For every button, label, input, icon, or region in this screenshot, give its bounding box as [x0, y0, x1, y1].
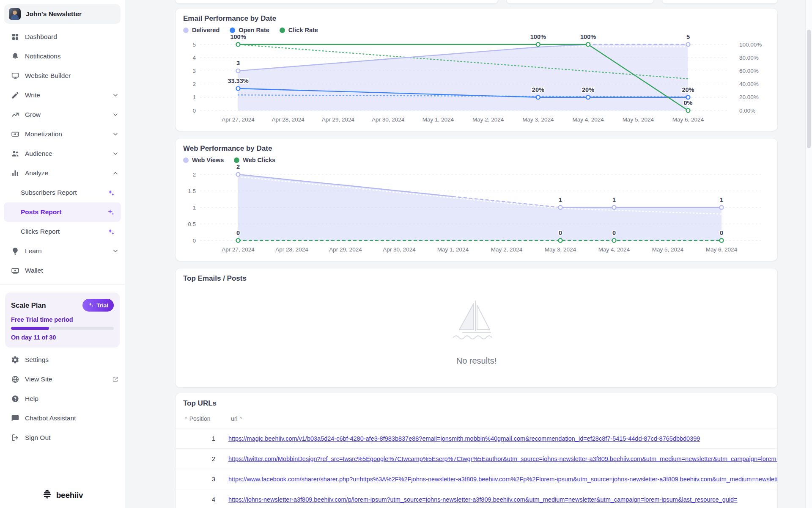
sidebar-item-chatbot-assistant[interactable]: Chatbot Assistant [0, 409, 125, 428]
legend-dot [280, 28, 285, 33]
position-cell: 1 [176, 435, 218, 442]
top-cards-partial-row [175, 0, 778, 4]
x-axis-label: Apr 27, 2024 [222, 246, 255, 253]
left-axis-tick: 2 [192, 81, 196, 87]
web-chart-legend: Web ViewsWeb Clicks [183, 157, 770, 163]
legend-item-click-rate: Click Rate [280, 27, 318, 33]
sidebar-item-notifications[interactable]: Notifications [0, 47, 125, 66]
data-point-label: 0 [612, 229, 616, 236]
x-axis-label: May 5, 2024 [652, 246, 684, 253]
web-chart-title: Web Performance by Date [183, 144, 770, 153]
trial-badge[interactable]: Trial [82, 299, 114, 312]
x-axis-label: May 1, 2024 [437, 246, 469, 253]
x-axis-label: May 3, 2024 [545, 246, 576, 253]
sidebar-item-label: View Site [25, 375, 105, 383]
gear-icon [11, 356, 19, 364]
page-scrollbar[interactable] [805, 0, 812, 508]
url-column-header[interactable]: url ^ [231, 415, 242, 422]
sidebar-item-monetization[interactable]: Monetization [0, 124, 125, 144]
sidebar-item-settings[interactable]: Settings [0, 350, 125, 370]
sparkles-icon [107, 228, 115, 236]
top-emails-title: Top Emails / Posts [183, 274, 770, 283]
data-point-label: 5 [686, 33, 690, 40]
urls-table-header: ^ Position url ^ [176, 409, 777, 428]
data-point-label: 100% [580, 33, 596, 40]
x-axis-label: Apr 28, 2024 [275, 246, 308, 253]
web-performance-card: Web Performance by Date Web ViewsWeb Cli… [175, 138, 778, 261]
sparkles-icon [107, 208, 115, 216]
email-chart-legend: DeliveredOpen RateClick Rate [183, 27, 770, 33]
data-point-label: 20% [682, 86, 694, 93]
position-cell: 2 [176, 455, 218, 462]
sidebar-nav: DashboardNotificationsWebsite BuilderWri… [0, 27, 125, 280]
sidebar-item-subscribers-report[interactable]: Subscribers Report [4, 183, 121, 202]
sidebar-item-view-site[interactable]: View Site [0, 370, 125, 389]
x-axis-label: Apr 30, 2024 [383, 246, 416, 253]
sidebar-item-write[interactable]: Write [0, 86, 125, 105]
data-point-label: 33.33% [228, 77, 248, 84]
email-performance-card: Email Performance by Date DeliveredOpen … [175, 8, 778, 131]
dashboard-icon [11, 33, 19, 41]
data-point-label: 1 [720, 196, 723, 203]
web-performance-chart: 00.511.52Apr 27, 2024Apr 28, 2024Apr 29,… [183, 163, 771, 258]
monitor-icon [11, 72, 19, 80]
sidebar-item-learn[interactable]: Learn [0, 241, 125, 261]
x-axis-label: May 6, 2024 [706, 246, 738, 253]
sidebar-item-label: Chatbot Assistant [25, 414, 119, 422]
right-axis-tick: 60.00% [739, 68, 759, 74]
wallet-icon [11, 266, 19, 275]
x-axis-label: May 3, 2024 [522, 116, 554, 123]
sidebar-item-clicks-report[interactable]: Clicks Report [4, 222, 121, 241]
sidebar-item-dashboard[interactable]: Dashboard [0, 27, 125, 47]
url-cell: https://johns-newsletter-a3f809.beehiiv.… [228, 496, 777, 503]
x-axis-label: May 2, 2024 [491, 246, 523, 253]
position-column-header[interactable]: ^ Position [176, 415, 218, 422]
right-axis-tick: 100.00% [739, 41, 762, 48]
data-point-label: 0% [684, 99, 693, 106]
sidebar-item-label: Wallet [25, 267, 119, 274]
scrollbar-thumb[interactable] [807, 30, 811, 148]
x-axis-label: May 6, 2024 [672, 116, 704, 123]
workspace-switcher[interactable]: John's Newsletter [4, 4, 121, 24]
sidebar-item-posts-report[interactable]: Posts Report [4, 202, 121, 222]
url-link[interactable]: https://magic.beehiiv.com/v1/b03a5d24-c6… [228, 435, 700, 442]
brand-logo: beehiiv [0, 485, 125, 501]
bell-icon [11, 52, 19, 61]
no-results-text: No results! [456, 356, 497, 366]
legend-item-open-rate: Open Rate [230, 27, 269, 33]
users-icon [11, 149, 19, 158]
sidebar-item-audience[interactable]: Audience [0, 144, 125, 163]
sidebar-item-help[interactable]: Help [0, 389, 125, 409]
legend-label: Web Clicks [243, 157, 275, 163]
plan-day-label: On day 11 of 30 [11, 334, 114, 341]
url-cell: https://magic.beehiiv.com/v1/b03a5d24-c6… [228, 435, 777, 442]
chevron-down-icon [112, 248, 119, 254]
sidebar-item-label: Monetization [25, 130, 107, 138]
sidebar-item-grow[interactable]: Grow [0, 105, 125, 124]
x-axis-label: May 4, 2024 [572, 116, 604, 123]
sidebar-item-website-builder[interactable]: Website Builder [0, 66, 125, 86]
sidebar-item-label: Dashboard [25, 33, 119, 41]
email-performance-chart: 0123450.00%20.00%40.00%60.00%80.00%100.0… [183, 33, 771, 128]
top-urls-title: Top URLs [176, 399, 777, 408]
email-chart-title: Email Performance by Date [183, 14, 770, 23]
legend-label: Open Rate [239, 27, 269, 33]
url-link[interactable]: https://www.facebook.com/sharer/sharer.p… [228, 476, 777, 483]
left-axis-tick: 3 [192, 68, 196, 74]
data-point-label: 20% [582, 86, 594, 93]
sidebar-item-label: Learn [25, 247, 107, 255]
sidebar-item-label: Audience [25, 150, 107, 157]
sidebar-item-sign-out[interactable]: Sign Out [0, 428, 125, 447]
top-urls-card: Top URLs ^ Position url ^ 1https://magic… [175, 393, 778, 508]
sidebar-item-label: Analyze [25, 169, 107, 177]
sidebar-item-analyze[interactable]: Analyze [0, 163, 125, 183]
sidebar-item-wallet[interactable]: Wallet [0, 261, 125, 280]
legend-item-web-clicks: Web Clicks [234, 157, 275, 163]
chevron-up-icon [112, 170, 119, 177]
sidebar-item-label: Write [25, 91, 107, 99]
pencil-icon [11, 91, 19, 99]
sidebar: John's Newsletter DashboardNotifications… [0, 0, 125, 508]
url-link[interactable]: https://twitter.com/MobbinDesign?ref_src… [228, 456, 777, 462]
table-row: 4https://johns-newsletter-a3f809.beehiiv… [176, 489, 777, 508]
url-link[interactable]: https://johns-newsletter-a3f809.beehiiv.… [228, 496, 738, 503]
